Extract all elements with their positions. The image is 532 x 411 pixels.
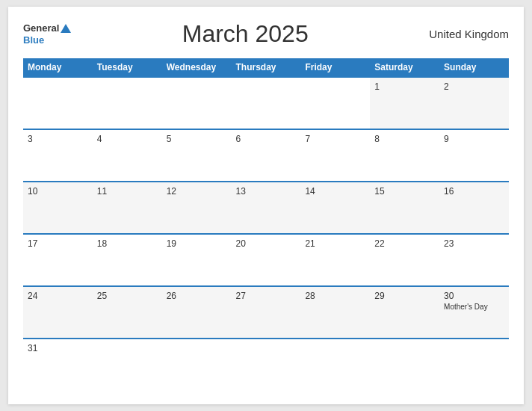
day-number: 2	[444, 81, 504, 92]
table-row: 8	[370, 129, 439, 182]
table-row: 31	[23, 339, 93, 391]
table-row	[300, 339, 370, 391]
day-number: 26	[167, 291, 227, 301]
calendar-header-row: Monday Tuesday Wednesday Thursday Friday…	[23, 58, 509, 77]
table-row: 25	[93, 286, 162, 339]
table-row: 26	[162, 286, 232, 339]
day-number: 8	[374, 134, 435, 144]
table-row: 15	[370, 182, 439, 234]
day-number: 6	[236, 134, 297, 144]
table-row: 23	[439, 234, 509, 286]
table-row: 2	[439, 77, 509, 129]
day-number: 15	[374, 186, 435, 197]
calendar-region: United Kingdom	[419, 28, 509, 40]
table-row: 3	[23, 129, 93, 182]
day-number: 21	[305, 238, 365, 249]
col-friday: Friday	[300, 58, 370, 77]
day-number: 30	[444, 291, 504, 301]
logo-general-text: General	[23, 22, 71, 34]
table-row: 22	[370, 234, 439, 286]
table-row: 20	[232, 234, 301, 286]
day-number: 24	[28, 291, 88, 301]
day-number: 11	[97, 186, 158, 197]
table-row	[162, 339, 232, 391]
day-number: 12	[167, 186, 227, 197]
day-number: 19	[167, 238, 227, 249]
table-row: 28	[300, 286, 370, 339]
day-number: 3	[28, 134, 88, 144]
col-saturday: Saturday	[370, 58, 439, 77]
table-row: 6	[232, 129, 301, 182]
col-wednesday: Wednesday	[162, 58, 232, 77]
day-number: 1	[374, 81, 435, 92]
table-row: 12	[162, 182, 232, 234]
table-row: 9	[439, 129, 509, 182]
day-number: 14	[305, 186, 365, 197]
table-row	[232, 339, 301, 391]
day-number: 9	[444, 134, 504, 144]
table-row: 5	[162, 129, 232, 182]
holiday-label: Mother's Day	[444, 303, 504, 311]
day-number: 23	[444, 238, 504, 249]
day-number: 5	[167, 134, 227, 144]
calendar-table: Monday Tuesday Wednesday Thursday Friday…	[23, 58, 509, 391]
table-row	[370, 339, 439, 391]
day-number: 18	[97, 238, 158, 249]
table-row: 13	[232, 182, 301, 234]
day-number: 13	[236, 186, 297, 197]
day-number: 4	[97, 134, 158, 144]
table-row	[93, 77, 162, 129]
calendar-row: 3456789	[23, 129, 509, 182]
table-row	[93, 339, 162, 391]
day-number: 28	[305, 291, 365, 301]
table-row: 30Mother's Day	[439, 286, 509, 339]
col-tuesday: Tuesday	[93, 58, 162, 77]
table-row	[162, 77, 232, 129]
table-row	[300, 77, 370, 129]
calendar-row: 17181920212223	[23, 234, 509, 286]
calendar-row: 31	[23, 339, 509, 391]
day-number: 22	[374, 238, 435, 249]
calendar-header: General Blue March 2025 United Kingdom	[23, 20, 509, 48]
calendar-row: 10111213141516	[23, 182, 509, 234]
logo: General Blue	[23, 22, 71, 46]
table-row: 14	[300, 182, 370, 234]
day-number: 16	[444, 186, 504, 197]
table-row: 19	[162, 234, 232, 286]
table-row: 1	[370, 77, 439, 129]
table-row: 16	[439, 182, 509, 234]
table-row: 27	[232, 286, 301, 339]
day-number: 17	[28, 238, 88, 249]
table-row: 10	[23, 182, 93, 234]
table-row: 4	[93, 129, 162, 182]
table-row: 7	[300, 129, 370, 182]
logo-blue-text: Blue	[23, 34, 44, 46]
table-row: 11	[93, 182, 162, 234]
table-row: 21	[300, 234, 370, 286]
table-row	[232, 77, 301, 129]
table-row: 24	[23, 286, 93, 339]
table-row: 29	[370, 286, 439, 339]
calendar-row: 24252627282930Mother's Day	[23, 286, 509, 339]
table-row: 17	[23, 234, 93, 286]
table-row: 18	[93, 234, 162, 286]
table-row	[23, 77, 93, 129]
day-number: 29	[374, 291, 435, 301]
calendar-title: March 2025	[71, 20, 419, 48]
col-monday: Monday	[23, 58, 93, 77]
calendar-container: General Blue March 2025 United Kingdom M…	[8, 7, 524, 404]
col-sunday: Sunday	[439, 58, 509, 77]
day-number: 7	[305, 134, 365, 144]
day-number: 27	[236, 291, 297, 301]
calendar-row: 12	[23, 77, 509, 129]
day-number: 31	[28, 343, 88, 353]
table-row	[439, 339, 509, 391]
day-number: 25	[97, 291, 158, 301]
col-thursday: Thursday	[232, 58, 301, 77]
day-number: 20	[236, 238, 297, 249]
logo-triangle-icon	[61, 24, 71, 33]
day-number: 10	[28, 186, 88, 197]
